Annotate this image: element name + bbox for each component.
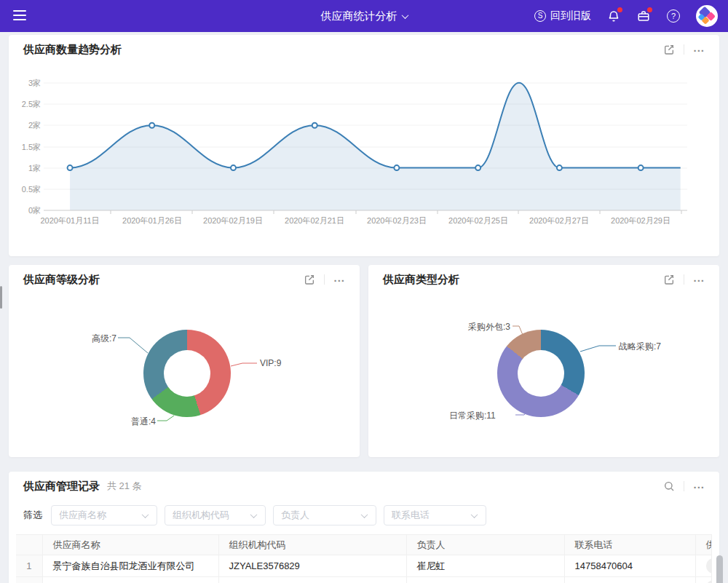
col-supplier-type: 供应商类型 <box>695 535 712 555</box>
svg-text:2家: 2家 <box>28 121 41 130</box>
divider <box>684 481 684 491</box>
cell-phone: 14758470604 <box>564 577 695 583</box>
right-scrollbar-thumb[interactable] <box>716 555 723 583</box>
records-count: 共 21 条 <box>107 480 142 493</box>
cell-owner: 邵霏 <box>406 577 564 583</box>
svg-text:1家: 1家 <box>28 164 41 172</box>
chevron-down-icon <box>142 511 149 518</box>
cell-supplier-name: 景宁顺川和顺农业发展有限公司 <box>42 577 218 583</box>
notifications-button[interactable] <box>606 9 621 23</box>
type-tag: 日常采购 <box>706 580 712 583</box>
cell-org-code: JZYALE3576829 <box>218 555 406 577</box>
table-header-row: 供应商名称 组织机构代码 负责人 联系电话 供应商类型 <box>16 535 712 555</box>
export-icon[interactable] <box>663 274 675 285</box>
svg-text:2020年02月25日: 2020年02月25日 <box>448 216 508 225</box>
help-icon: ? <box>667 9 680 23</box>
export-icon[interactable] <box>304 274 315 285</box>
card-title-type: 供应商类型分析 <box>383 273 459 287</box>
rollback-icon: S <box>534 10 546 22</box>
left-scrollbar-thumb[interactable] <box>0 286 2 309</box>
chevron-down-icon <box>471 511 478 518</box>
notification-badge <box>617 7 622 12</box>
more-menu-icon[interactable] <box>693 479 705 494</box>
svg-text:0家: 0家 <box>28 206 41 215</box>
back-to-old-version-button[interactable]: S 回到旧版 <box>534 9 591 23</box>
cell-owner: 崔尼虹 <box>406 555 564 577</box>
export-icon[interactable] <box>663 44 675 55</box>
card-title-level: 供应商等级分析 <box>23 273 100 287</box>
level-donut-chart <box>143 330 231 417</box>
slice-label-vip: VIP:9 <box>260 358 281 368</box>
slice-label-senior: 高级:7 <box>92 333 116 345</box>
filter-select-org-code[interactable]: 组织机构代码 <box>165 505 266 526</box>
top-bar: 供应商统计分析 S 回到旧版 ? <box>0 0 728 32</box>
card-supplier-level: 供应商等级分析 高级:7 VIP:9 普通:4 <box>9 265 360 457</box>
svg-text:2020年02月19日: 2020年02月19日 <box>203 216 263 225</box>
card-supplier-trend: 供应商数量趋势分析 <box>9 35 719 256</box>
topbar-actions: S 回到旧版 ? <box>534 0 718 32</box>
cell-org-code: JZYALE3576829 <box>218 577 406 583</box>
type-donut-chart <box>497 330 585 417</box>
type-tag: 日常采购 <box>706 558 712 574</box>
table-row[interactable]: 1 景宁畲族自治县阳龙酒业有限公司 JZYALE3576829 崔尼虹 1475… <box>16 555 712 577</box>
records-table: 供应商名称 组织机构代码 负责人 联系电话 供应商类型 1 景宁畲族自治县阳龙酒… <box>16 534 712 583</box>
cell-supplier-type: 日常采购 <box>695 577 712 583</box>
svg-text:3家: 3家 <box>28 79 41 87</box>
filter-label: 筛选 <box>23 509 42 522</box>
svg-text:2020年01月11日: 2020年01月11日 <box>40 216 99 225</box>
col-index <box>16 535 42 555</box>
workbench-badge <box>647 7 652 12</box>
filter-row: 筛选 供应商名称 组织机构代码 负责人 联系电话 <box>9 501 719 533</box>
slice-label-normal: 普通:4 <box>131 416 156 428</box>
dashboard-page: 供应商统计分析 S 回到旧版 ? <box>0 0 728 583</box>
divider <box>684 274 684 285</box>
user-avatar[interactable] <box>696 5 718 27</box>
search-icon[interactable] <box>663 480 675 492</box>
filter-select-supplier-name[interactable]: 供应商名称 <box>51 505 157 526</box>
cell-supplier-name: 景宁畲族自治县阳龙酒业有限公司 <box>42 555 218 577</box>
x-axis-ticks <box>111 210 681 214</box>
card-title-records: 供应商管理记录 <box>23 480 100 493</box>
divider <box>684 44 684 55</box>
svg-text:2020年02月29日: 2020年02月29日 <box>611 216 670 225</box>
svg-text:0.5家: 0.5家 <box>22 185 41 194</box>
card-title-trend: 供应商数量趋势分析 <box>23 43 122 57</box>
back-to-old-version-label: 回到旧版 <box>550 9 591 23</box>
svg-text:2020年01月26日: 2020年01月26日 <box>122 216 182 225</box>
chevron-down-icon <box>361 511 368 518</box>
more-menu-icon[interactable] <box>693 42 705 57</box>
trend-line-chart: 3家 2.5家 2家 1.5家 1家 0.5家 0家 2020年01月11日 2… <box>9 64 719 256</box>
svg-text:2020年02月23日: 2020年02月23日 <box>367 216 427 225</box>
divider <box>324 274 325 285</box>
card-supplier-records: 供应商管理记录 共 21 条 筛选 供应商名称 组织机构代码 负责 <box>9 472 719 583</box>
col-org-code: 组织机构代码 <box>218 535 406 555</box>
chevron-down-icon <box>250 511 258 518</box>
card-supplier-type: 供应商类型分析 采购外包:3 战略采购:7 日常采购:11 <box>368 265 719 457</box>
table-row[interactable]: 2 景宁顺川和顺农业发展有限公司 JZYALE3576829 邵霏 147584… <box>16 577 712 583</box>
filter-select-owner[interactable]: 负责人 <box>273 505 376 526</box>
cell-phone: 14758470604 <box>564 555 695 577</box>
y-axis-labels: 3家 2.5家 2家 1.5家 1家 0.5家 0家 <box>22 79 41 215</box>
filter-select-phone[interactable]: 联系电话 <box>384 505 486 526</box>
slice-label-outsourcing: 采购外包:3 <box>468 321 510 333</box>
svg-text:2.5家: 2.5家 <box>22 100 41 108</box>
svg-text:2020年02月21日: 2020年02月21日 <box>285 216 344 225</box>
slice-label-daily: 日常采购:11 <box>449 410 496 422</box>
cell-supplier-type: 日常采购 <box>695 555 712 577</box>
chevron-down-icon <box>401 12 408 19</box>
page-title: 供应商统计分析 <box>321 9 397 23</box>
col-supplier-name: 供应商名称 <box>42 535 218 555</box>
slice-label-strategic: 战略采购:7 <box>619 341 661 353</box>
col-owner: 负责人 <box>406 535 564 555</box>
col-phone: 联系电话 <box>564 535 695 555</box>
workbench-button[interactable] <box>636 9 651 23</box>
x-axis-labels: 2020年01月11日 2020年01月26日 2020年02月19日 2020… <box>40 216 670 225</box>
more-menu-icon[interactable] <box>693 272 705 287</box>
svg-text:2020年02月27日: 2020年02月27日 <box>529 216 589 225</box>
help-button[interactable]: ? <box>666 9 681 23</box>
svg-text:1.5家: 1.5家 <box>22 143 41 151</box>
more-menu-icon[interactable] <box>333 272 345 287</box>
